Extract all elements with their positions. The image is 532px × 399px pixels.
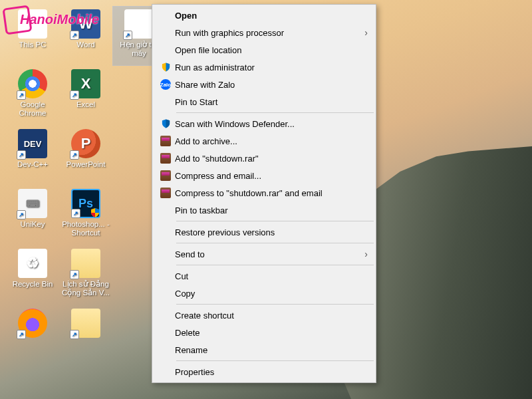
menu-item-delete[interactable]: Delete — [154, 324, 374, 341]
shortcut-arrow-icon: ↗ — [17, 210, 26, 219]
desktop-icon-dev-c-[interactable]: DEV↗Dev-C++ — [7, 126, 59, 185]
menu-item-label: Delete — [175, 328, 368, 338]
desktop-icon-label: Photoshop... - Shortcut — [61, 220, 111, 237]
menu-item-label: Rename — [175, 345, 368, 355]
desktop-icon-excel[interactable]: X↗Excel — [60, 66, 112, 125]
ppt-icon: P↗ — [71, 129, 100, 158]
menu-item-copy[interactable]: Copy — [154, 285, 374, 302]
menu-item-label: Compress and email... — [175, 171, 368, 181]
devcpp-icon: DEV↗ — [18, 129, 47, 158]
shortcut-arrow-icon: ↗ — [70, 90, 79, 100]
zalo-icon: Zalo — [156, 79, 175, 90]
menu-item-label: Compress to "shutdown.rar" and email — [175, 188, 368, 198]
winrar-icon — [156, 136, 175, 146]
folder-icon: ↗ — [71, 249, 100, 278]
menu-separator — [176, 112, 374, 113]
desktop-icon-label: Google Chrome — [7, 100, 58, 118]
desktop-icon-powerpoint[interactable]: P↗PowerPoint — [60, 126, 112, 185]
chevron-right-icon: › — [364, 27, 368, 38]
menu-item-run-with-graphics-processor[interactable]: Run with graphics processor› — [154, 24, 374, 41]
desktop-icon-label: Excel — [76, 100, 95, 109]
menu-item-send-to[interactable]: Send to› — [154, 245, 374, 263]
menu-separator — [176, 304, 374, 305]
menu-separator — [176, 360, 374, 361]
menu-item-add-to-shutdown-rar-[interactable]: Add to "shutdown.rar" — [154, 150, 374, 167]
watermark-logo: HanoiMobile — [20, 12, 99, 27]
menu-item-scan-with-windows-defender-[interactable]: Scan with Windows Defender... — [154, 115, 374, 132]
menu-item-restore-previous-versions[interactable]: Restore previous versions — [154, 223, 374, 241]
menu-item-open[interactable]: Open — [154, 7, 374, 24]
menu-item-rename[interactable]: Rename — [154, 341, 374, 358]
winrar-icon — [156, 170, 175, 181]
shortcut-arrow-icon: ↗ — [70, 330, 79, 339]
menu-item-share-with-zalo[interactable]: ZaloShare with Zalo — [154, 76, 374, 93]
menu-item-label: Share with Zalo — [175, 80, 368, 90]
folder-icon: ↗ — [71, 309, 100, 338]
chrome-icon: ↗ — [18, 69, 47, 98]
shortcut-arrow-icon: ↗ — [70, 31, 79, 40]
shield-icon — [156, 118, 175, 129]
menu-item-properties[interactable]: Properties — [154, 363, 374, 380]
menu-item-label: Copy — [175, 289, 368, 299]
excel-icon: X↗ — [71, 69, 100, 98]
menu-item-run-as-administrator[interactable]: Run as administrator — [154, 59, 374, 76]
desktop-icon-label: UniKey — [20, 220, 45, 229]
firefox-icon: ↗ — [18, 309, 47, 338]
menu-item-pin-to-taskbar[interactable]: Pin to taskbar — [154, 201, 374, 219]
recycle-icon: ♻ — [18, 249, 47, 278]
desktop-icon-label: Word — [76, 41, 94, 49]
shortcut-arrow-icon: ↗ — [123, 31, 132, 40]
uac-shield-icon — [90, 207, 100, 218]
desktop-icon-recycle-bin[interactable]: ♻Recycle Bin — [7, 246, 59, 305]
shortcut-arrow-icon: ↗ — [17, 150, 26, 160]
desktop-icon-l-ch-s-ng-c-ng-s-n-v-[interactable]: ↗Lịch sử Đảng Cộng Sản V... — [60, 246, 112, 305]
shortcut-arrow-icon: ↗ — [71, 209, 80, 218]
menu-item-label: Restore previous versions — [175, 227, 368, 237]
winrar-icon — [156, 153, 175, 164]
desktop-icon-photoshop-shortcut[interactable]: Ps↗Photoshop... - Shortcut — [60, 186, 112, 245]
menu-item-label: Create shortcut — [175, 311, 368, 321]
menu-item-label: Run as administrator — [175, 63, 368, 72]
shortcut-arrow-icon: ↗ — [17, 90, 26, 100]
desktop-icon-label: Lịch sử Đảng Cộng Sản V... — [61, 280, 111, 297]
menu-item-label: Add to archive... — [175, 136, 368, 146]
shortcut-arrow-icon: ↗ — [17, 330, 26, 339]
menu-item-label: Pin to Start — [175, 97, 368, 107]
menu-item-label: Pin to taskbar — [175, 205, 368, 215]
menu-item-label: Send to — [175, 249, 364, 259]
chevron-right-icon: › — [364, 249, 368, 259]
shortcut-arrow-icon: ↗ — [70, 270, 79, 279]
desktop-icon-grid: This PCW↗Word↗Hẹn giờ tắt máy↗Google Chr… — [7, 7, 165, 364]
desktop-icon-google-chrome[interactable]: ↗Google Chrome — [7, 66, 59, 125]
menu-item-label: Add to "shutdown.rar" — [175, 154, 368, 164]
menu-item-label: Open file location — [175, 45, 368, 55]
desktop-icon-label: Recycle Bin — [13, 280, 53, 289]
shield-icon — [156, 62, 175, 72]
ps-icon: Ps↗ — [71, 189, 100, 218]
desktop-icon-label: This PC — [19, 41, 47, 49]
menu-separator — [176, 265, 374, 265]
menu-item-add-to-archive-[interactable]: Add to archive... — [154, 132, 374, 150]
context-menu: OpenRun with graphics processor›Open fil… — [152, 4, 376, 383]
menu-item-create-shortcut[interactable]: Create shortcut — [154, 307, 374, 324]
menu-item-label: Run with graphics processor — [175, 28, 364, 38]
desktop-icon-folder[interactable]: ↗ — [60, 306, 112, 364]
shortcut-file-icon: ↗ — [124, 9, 154, 39]
menu-separator — [176, 221, 374, 221]
menu-item-label: Cut — [175, 271, 368, 281]
menu-item-pin-to-start[interactable]: Pin to Start — [154, 93, 374, 110]
desktop-icon-label: PowerPoint — [66, 160, 106, 169]
menu-item-label: Scan with Windows Defender... — [175, 119, 368, 129]
menu-separator — [176, 243, 374, 243]
winrar-icon — [156, 188, 175, 198]
menu-item-label: Open — [175, 11, 368, 21]
desktop-icon-label: Dev-C++ — [17, 160, 48, 169]
menu-item-label: Properties — [175, 367, 368, 377]
desktop-icon-firefox[interactable]: ↗ — [7, 306, 59, 364]
menu-item-compress-to-shutdown-rar-and-e[interactable]: Compress to "shutdown.rar" and email — [154, 184, 374, 201]
menu-item-open-file-location[interactable]: Open file location — [154, 41, 374, 59]
shortcut-arrow-icon: ↗ — [70, 150, 79, 160]
menu-item-compress-and-email-[interactable]: Compress and email... — [154, 167, 374, 184]
desktop-icon-unikey[interactable]: ⌨↗UniKey — [7, 186, 59, 245]
menu-item-cut[interactable]: Cut — [154, 267, 374, 285]
